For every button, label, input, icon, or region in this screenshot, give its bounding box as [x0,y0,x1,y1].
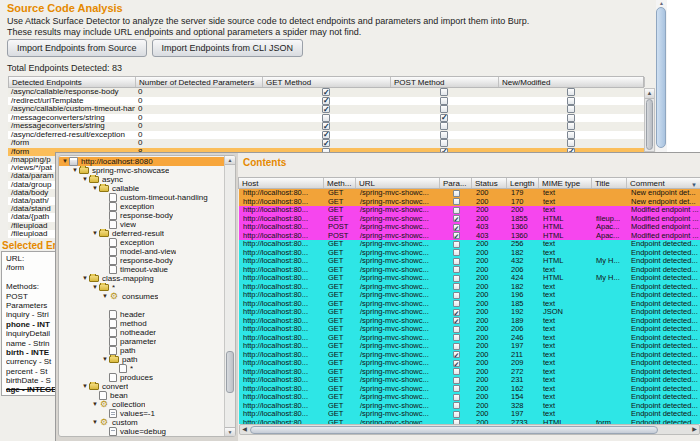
params-checkbox[interactable] [453,334,460,341]
contents-row[interactable]: http://localhost:80...POST/spring-mvc-sh… [239,223,700,232]
tree-node[interactable]: view [59,220,224,229]
tree-node[interactable]: value=debug [59,427,224,436]
endpoint-row[interactable]: /async/callable/custom-timeout-han...0 [8,105,644,114]
contents-row[interactable]: http://localhost:80...GET/spring-mvc-sho… [239,240,700,249]
scroll-up-icon[interactable]: ▲ [225,156,235,165]
contents-row[interactable]: http://localhost:80...GET/spring-mvc-sho… [239,249,700,258]
tree-node[interactable]: response-body [59,256,224,265]
get-method-checkbox[interactable] [322,122,330,130]
contents-row[interactable]: http://localhost:80...GET/spring-mvc-sho… [239,206,700,215]
column-header[interactable]: GET Method [263,77,391,87]
tree-node[interactable]: produces [59,373,224,382]
column-header[interactable]: URL [356,178,440,188]
tree-node[interactable]: ▼callable [59,184,224,193]
tree-node[interactable]: method [59,319,224,328]
get-method-checkbox[interactable] [322,97,330,105]
scrollbar-thumb[interactable] [226,351,234,393]
contents-row[interactable]: http://localhost:80...GET/spring-mvc-sho… [239,198,700,207]
tree-node[interactable] [59,301,224,310]
tree-node[interactable]: ▼async [59,175,224,184]
column-header[interactable]: Title [592,178,627,188]
expand-collapse-icon[interactable]: ▼ [91,400,99,409]
get-method-checkbox[interactable] [322,114,330,122]
endpoint-row[interactable]: /redirect/uriTemplate0 [8,97,644,106]
endpoint-row[interactable]: /messageconverters/string0 [8,114,644,123]
expand-collapse-icon[interactable]: ▼ [91,283,99,292]
contents-row[interactable]: http://localhost:80...GET/spring-mvc-sho… [239,385,700,394]
params-checkbox[interactable] [453,402,460,409]
scroll-up-icon[interactable]: ▲ [656,0,667,7]
params-checkbox[interactable] [453,249,460,256]
post-method-checkbox[interactable] [440,88,448,96]
get-method-checkbox[interactable] [322,105,330,113]
expand-collapse-icon[interactable]: ▼ [101,292,109,301]
contents-row[interactable]: http://localhost:80...GET/spring-mvc-sho… [239,189,700,198]
params-checkbox[interactable] [453,241,460,248]
contents-row[interactable]: http://localhost:80...GET/spring-mvc-sho… [239,334,700,343]
contents-row[interactable]: http://localhost:80...GET/spring-mvc-sho… [239,376,700,385]
params-checkbox[interactable] [453,394,460,401]
contents-row[interactable]: http://localhost:80...GET/spring-mvc-sho… [239,325,700,334]
tree-node[interactable]: ▼spring-mvc-showcase [59,166,224,175]
params-checkbox[interactable] [453,283,460,290]
params-checkbox[interactable] [453,385,460,392]
tree-node[interactable]: custom-timeout-handling [59,193,224,202]
scroll-right-icon[interactable]: ▶ [690,425,699,434]
scroll-down-icon[interactable]: ▼ [225,427,235,436]
column-header[interactable]: Length [507,178,539,188]
params-checkbox[interactable] [453,300,460,307]
endpoint-row[interactable]: /async/callable/response-body0 [8,88,644,97]
expand-collapse-icon[interactable]: ▼ [101,355,109,364]
expand-collapse-icon[interactable]: ▼ [81,382,89,391]
contents-row[interactable]: http://localhost:80...GET/spring-mvc-sho… [239,410,700,419]
expand-collapse-icon[interactable]: ▼ [91,229,99,238]
params-checkbox[interactable] [453,224,460,231]
contents-row[interactable]: http://localhost:80...GET/spring-mvc-sho… [239,368,700,377]
tree-node[interactable]: ▼⚙custom [59,418,224,427]
params-checkbox[interactable] [453,190,460,197]
params-checkbox[interactable] [453,207,460,214]
expand-collapse-icon[interactable]: ▼ [91,184,99,193]
tree-node[interactable]: parameter [59,337,224,346]
scrollbar-thumb[interactable] [656,7,666,148]
tree-node[interactable]: bean [59,391,224,400]
params-checkbox[interactable] [453,317,460,324]
contents-row[interactable]: http://localhost:80...GET/spring-mvc-sho… [239,257,700,266]
params-checkbox[interactable] [453,343,460,350]
expand-collapse-icon[interactable]: ▼ [81,175,89,184]
params-checkbox[interactable] [453,215,460,222]
contents-row[interactable]: http://localhost:80...GET/spring-mvc-sho… [239,291,700,300]
get-method-checkbox[interactable] [322,88,330,96]
post-method-checkbox[interactable] [440,139,448,147]
contents-row[interactable]: http://localhost:80...GET/spring-mvc-sho… [239,274,700,283]
contents-row[interactable]: http://localhost:80...GET/spring-mvc-sho… [239,402,700,411]
expand-collapse-icon[interactable]: ▼ [71,166,79,175]
new-modified-checkbox[interactable] [567,88,575,96]
column-header[interactable]: MIME type [539,178,592,188]
tree-node[interactable]: ▼* [59,283,224,292]
tree-node[interactable]: ▼path [59,355,224,364]
get-method-checkbox[interactable] [322,131,330,139]
tree-node[interactable]: timeout-value [59,265,224,274]
tree-node[interactable]: path [59,346,224,355]
endpoint-row[interactable]: /async/deferred-result/exception0 [8,131,644,140]
import-endpoints-from-cli-json-button[interactable]: Import Endpoints from CLI JSON [152,39,304,57]
scroll-left-icon[interactable]: ◀ [240,425,249,434]
params-checkbox[interactable] [453,275,460,282]
column-header[interactable]: POST Method [391,77,499,87]
get-method-checkbox[interactable] [322,139,330,147]
column-header[interactable]: Status [472,178,507,188]
column-header[interactable]: Meth... [324,178,356,188]
new-modified-checkbox[interactable] [567,131,575,139]
column-header[interactable]: Para... [440,178,472,188]
column-header[interactable]: Comment▼ [627,178,700,188]
new-modified-checkbox[interactable] [567,105,575,113]
params-checkbox[interactable] [453,266,460,273]
endpoint-row[interactable]: /messageconverters/string0 [8,122,644,131]
tree-node[interactable]: header [59,310,224,319]
contents-row[interactable]: http://localhost:80...GET/spring-mvc-sho… [239,308,700,317]
tree-node[interactable]: ▼⚙consumes [59,292,224,301]
tree-node[interactable]: exception [59,238,224,247]
post-method-checkbox[interactable] [440,122,448,130]
scrollbar-thumb[interactable] [250,426,658,434]
